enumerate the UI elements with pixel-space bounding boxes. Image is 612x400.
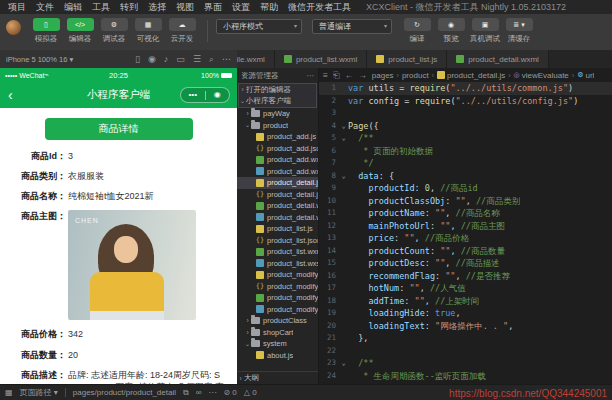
tree-item-product_list.js[interactable]: product_list.js: [237, 223, 318, 235]
tree-item-product_list.wxml[interactable]: product_list.wxml: [237, 246, 318, 258]
code-token: productDesc: [348, 257, 425, 270]
fold-arrow-icon[interactable]: ⌄: [339, 132, 348, 145]
menu-item-视图[interactable]: 视图: [171, 1, 199, 14]
tree-item-about.js[interactable]: about.js: [237, 350, 318, 362]
fold-arrow-icon[interactable]: ⌄: [339, 120, 348, 133]
menu-item-微信开发者工具[interactable]: 微信开发者工具: [283, 1, 356, 14]
fold-arrow-icon[interactable]: ⌄: [339, 170, 348, 183]
action-button-真机调试[interactable]: ▣真机调试: [468, 18, 502, 44]
action-button-编译[interactable]: ↻编译: [400, 18, 434, 44]
tree-item-product_list.wxss[interactable]: product_list.wxss: [237, 258, 318, 270]
toolbar-button-模拟器[interactable]: ▯模拟器: [29, 18, 63, 44]
tree-item-product_detail.wxml[interactable]: product_detail.wxml: [237, 200, 318, 212]
tree-item-product_add.wxml[interactable]: product_add.wxml: [237, 154, 318, 166]
code-line: 11 productName: "", //商品名称: [319, 207, 612, 220]
tree-item-productClass[interactable]: ›productClass: [237, 315, 318, 327]
more-icon[interactable]: ⋯: [208, 388, 216, 397]
action-button-清缓存[interactable]: ≣ ▾清缓存: [502, 18, 536, 44]
capsule-close-button[interactable]: ◉: [206, 88, 230, 102]
tree-item-product_modify.wxml[interactable]: product_modify.wxml: [237, 292, 318, 304]
code-token: * 生命周期函数--监听页面加载: [348, 370, 486, 383]
code-token: :: [430, 245, 440, 258]
back-arrow-icon[interactable]: ←: [345, 70, 354, 81]
screenshot-icon[interactable]: ▭: [176, 54, 185, 65]
tree-item-product_modify.js[interactable]: product_modify.js: [237, 269, 318, 281]
photo-person-jeans: [90, 311, 164, 320]
fold-arrow-icon[interactable]: ⌄: [339, 357, 348, 370]
menu-item-选择[interactable]: 选择: [143, 1, 171, 14]
tree-item-shopCart[interactable]: ›shopCart: [237, 327, 318, 339]
bookmark-icon[interactable]: ⎗: [333, 70, 340, 81]
mode-select[interactable]: 小程序模式 ▾: [216, 19, 302, 34]
code-token: //商品描述: [456, 257, 500, 270]
list-icon[interactable]: ≡: [323, 70, 328, 81]
rotate-phone-icon[interactable]: ▯: [135, 54, 140, 65]
record-icon[interactable]: ◉: [148, 54, 156, 65]
line-number: 2: [319, 95, 339, 108]
breadcrumb-product[interactable]: product: [402, 71, 429, 80]
file-name: about.js: [267, 351, 293, 360]
wxss-file-icon: [256, 305, 264, 313]
tree-item-product_detail.wxss[interactable]: product_detail.wxss: [237, 212, 318, 224]
toolbar-button-可视化[interactable]: ▦可视化: [131, 18, 165, 44]
warning-indicator[interactable]: △ 0: [244, 388, 257, 397]
user-avatar[interactable]: [6, 20, 21, 35]
error-indicator[interactable]: ⊘ 0: [223, 388, 236, 397]
code-token: "": [435, 207, 445, 220]
tree-item-product_detail.json[interactable]: {}product_detail.json: [237, 189, 318, 201]
toolbar-button-编辑器[interactable]: </>编辑器: [63, 18, 97, 44]
line-number: 14: [319, 245, 339, 258]
compile-select[interactable]: 普通编译 ▾: [312, 19, 392, 34]
zoom-icon[interactable]: ⌕: [209, 54, 214, 65]
action-button-预览[interactable]: ◉预览: [434, 18, 468, 44]
menu-item-编辑[interactable]: 编辑: [59, 1, 87, 14]
explorer-menu-icon[interactable]: ⋯: [307, 71, 315, 80]
forward-arrow-icon[interactable]: →: [358, 70, 367, 81]
breadcrumb-viewEvaluate[interactable]: ◎viewEvaluate: [514, 71, 569, 80]
copy-path-icon[interactable]: ⧉: [183, 388, 189, 398]
menu-item-界面[interactable]: 界面: [199, 1, 227, 14]
tree-item-product_list.json[interactable]: {}product_list.json: [237, 235, 318, 247]
link-icon[interactable]: ∞: [196, 388, 202, 397]
tree-item-product_add.json[interactable]: {}product_add.json: [237, 143, 318, 155]
tree-item-payWay[interactable]: ›payWay: [237, 108, 318, 120]
menu-item-转到[interactable]: 转到: [115, 1, 143, 14]
device-selector[interactable]: iPhone 5 100% 16 ▾: [6, 55, 73, 64]
grid-icon[interactable]: ▦: [5, 388, 13, 397]
tree-item-product_add.wxss[interactable]: product_add.wxss: [237, 166, 318, 178]
fold-gutter: [339, 295, 348, 308]
tree-item-product_modify.wxss[interactable]: product_modify.wxss: [237, 304, 318, 316]
code-area[interactable]: 1var utils = require("../../utils/common…: [319, 82, 612, 384]
tree-item-product_modify.json[interactable]: {}product_modify.json: [237, 281, 318, 293]
menu-item-帮助[interactable]: 帮助: [255, 1, 283, 14]
breadcrumb-pages[interactable]: pages: [372, 71, 394, 80]
page-path-dropdown[interactable]: 页面路径 ▾: [20, 387, 58, 398]
explorer-section-打开的编辑器[interactable]: ›打开的编辑器: [239, 84, 316, 96]
tree-item-system[interactable]: ⌄system: [237, 338, 318, 350]
breadcrumb-url[interactable]: ⚙url: [577, 71, 594, 80]
chevron-right-icon: ›: [244, 110, 251, 117]
outline-section[interactable]: › 大纲: [237, 371, 318, 384]
capsule-more-button[interactable]: •••: [181, 88, 205, 102]
photo-person-face: [114, 236, 138, 263]
menu-item-工具[interactable]: 工具: [87, 1, 115, 14]
tab-product_detail.wxml[interactable]: product_detail.wxml: [447, 50, 549, 68]
tab-bile.wxml[interactable]: bile.wxml: [237, 50, 275, 68]
explorer-section-小程序客户端[interactable]: ⌄小程序客户端: [239, 96, 316, 108]
menu-icon[interactable]: ☰: [193, 54, 201, 65]
tab-product_list.js[interactable]: product_list.js: [367, 50, 447, 68]
tree-item-product_add.js[interactable]: product_add.js: [237, 131, 318, 143]
调试器-icon: ⚙: [101, 18, 128, 31]
menu-item-设置[interactable]: 设置: [227, 1, 255, 14]
toolbar-button-调试器[interactable]: ⚙调试器: [97, 18, 131, 44]
fold-gutter: [339, 282, 348, 295]
menu-item-项目[interactable]: 项目: [3, 1, 31, 14]
breadcrumb-product_detail.js[interactable]: product_detail.js: [437, 71, 505, 80]
tree-item-product_detail.js[interactable]: product_detail.js: [237, 177, 318, 189]
toolbar-button-云开发[interactable]: ☁云开发: [165, 18, 199, 44]
menu-item-文件[interactable]: 文件: [31, 1, 59, 14]
audio-icon[interactable]: ♪: [164, 54, 169, 65]
more-icon[interactable]: ⋯: [222, 54, 231, 65]
tree-item-product[interactable]: ⌄product: [237, 120, 318, 132]
tab-product_list.wxml[interactable]: product_list.wxml: [275, 50, 367, 68]
